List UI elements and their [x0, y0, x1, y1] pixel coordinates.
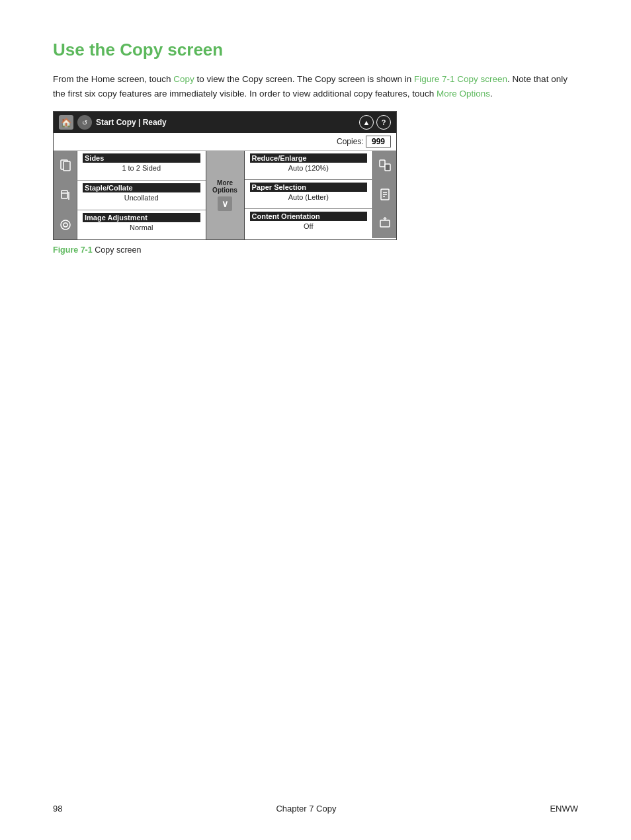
- paper-selection-title: Paper Selection: [250, 183, 368, 192]
- reduce-enlarge-text: Reduce/Enlarge Auto (120%): [245, 151, 373, 179]
- page-title: Use the Copy screen: [53, 40, 578, 60]
- svg-rect-13: [380, 220, 390, 227]
- figure-caption: Figure 7-1 Copy screen: [53, 245, 578, 255]
- more-options-panel[interactable]: More Options ∨: [206, 151, 245, 239]
- staple-icon: [54, 181, 77, 210]
- staple-collate-text: Staple/Collate Uncollated: [77, 181, 206, 210]
- image-adjustment-row[interactable]: Image Adjustment Normal: [54, 210, 206, 239]
- sides-icon: [54, 151, 77, 180]
- paper-selection-row[interactable]: Paper Selection Auto (Letter): [245, 180, 397, 209]
- body-paragraph: From the Home screen, touch Copy to view…: [53, 72, 578, 101]
- image-adjustment-icon: [54, 210, 77, 239]
- header-left: 🏠 ↺ Start Copy | Ready: [59, 115, 167, 130]
- paper-selection-text: Paper Selection Auto (Letter): [245, 180, 373, 208]
- copy-screen-mockup: 🏠 ↺ Start Copy | Ready ▲ ? Copies:: [53, 111, 397, 240]
- image-adjustment-value: Normal: [83, 224, 200, 231]
- copy-screen-body: Sides 1 to 2 Sided Staple/Collate Uncoll…: [54, 151, 396, 239]
- help-icon[interactable]: ?: [376, 115, 391, 130]
- reduce-enlarge-value: Auto (120%): [250, 164, 368, 172]
- alert-icon: ▲: [359, 115, 374, 130]
- sides-text: Sides 1 to 2 Sided: [77, 151, 206, 180]
- content-orientation-row[interactable]: Content Orientation Off: [245, 209, 397, 238]
- reduce-enlarge-icon: [372, 151, 396, 179]
- image-adjustment-text: Image Adjustment Normal: [77, 210, 206, 239]
- sides-value: 1 to 2 Sided: [83, 164, 200, 172]
- reduce-enlarge-title: Reduce/Enlarge: [250, 153, 368, 163]
- copies-bar: Copies:: [54, 133, 396, 151]
- more-options-link[interactable]: More Options: [437, 89, 490, 99]
- home-icon[interactable]: 🏠: [59, 115, 73, 130]
- figure-link[interactable]: Figure 7-1 Copy screen: [414, 74, 507, 84]
- footer-brand: ENWW: [550, 804, 578, 814]
- figure-caption-label: Figure 7-1: [53, 245, 93, 255]
- more-options-arrow[interactable]: ∨: [218, 196, 232, 211]
- content-orientation-text: Content Orientation Off: [245, 209, 373, 238]
- body-text-2: to view the Copy screen. The Copy screen…: [194, 74, 414, 84]
- reduce-enlarge-row[interactable]: Reduce/Enlarge Auto (120%): [245, 151, 397, 180]
- image-adjustment-title: Image Adjustment: [83, 213, 200, 222]
- sides-title: Sides: [83, 153, 200, 163]
- copies-label: Copies:: [337, 137, 364, 146]
- body-text-4: .: [490, 89, 493, 99]
- paper-selection-icon: [372, 180, 396, 208]
- svg-rect-8: [385, 164, 390, 171]
- left-features-panel: Sides 1 to 2 Sided Staple/Collate Uncoll…: [54, 151, 206, 239]
- copy-screen-header: 🏠 ↺ Start Copy | Ready ▲ ?: [54, 112, 396, 133]
- figure-caption-text: Copy screen: [93, 245, 142, 255]
- svg-rect-1: [63, 161, 70, 171]
- more-options-label: More Options: [212, 179, 237, 194]
- svg-rect-7: [380, 160, 385, 167]
- paper-selection-value: Auto (Letter): [250, 193, 368, 201]
- right-features-panel: Reduce/Enlarge Auto (120%) Paper Selecti…: [245, 151, 397, 239]
- copy-icon[interactable]: ↺: [77, 115, 92, 130]
- body-text-1: From the Home screen, touch: [53, 74, 173, 84]
- svg-point-5: [61, 220, 70, 230]
- copies-input[interactable]: [366, 136, 391, 147]
- sides-row[interactable]: Sides 1 to 2 Sided: [54, 151, 206, 181]
- page-footer: 98 Chapter 7 Copy ENWW: [0, 804, 631, 814]
- content-orientation-value: Off: [250, 222, 368, 230]
- staple-collate-value: Uncollated: [83, 194, 200, 202]
- content-orientation-icon: [372, 209, 396, 238]
- header-right: ▲ ?: [359, 115, 391, 130]
- copy-link[interactable]: Copy: [173, 74, 194, 84]
- footer-page-number: 98: [53, 804, 62, 814]
- svg-rect-2: [62, 190, 67, 198]
- svg-point-6: [63, 223, 67, 227]
- staple-collate-row[interactable]: Staple/Collate Uncollated: [54, 181, 206, 210]
- staple-collate-title: Staple/Collate: [83, 183, 200, 192]
- footer-chapter: Chapter 7 Copy: [276, 804, 336, 814]
- start-copy-label: Start Copy | Ready: [96, 118, 167, 127]
- content-orientation-title: Content Orientation: [250, 212, 368, 221]
